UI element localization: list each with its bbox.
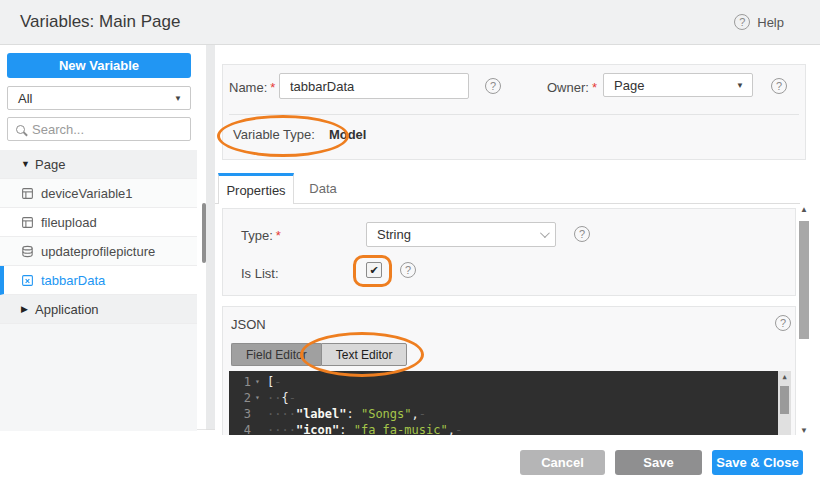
code-text: ····"icon": "fa fa-music",-	[264, 422, 462, 435]
model-variable-icon	[21, 274, 34, 287]
tree-empty-area	[0, 324, 197, 431]
code-text: ··{-	[264, 390, 296, 406]
sidebar-item-tabbardata[interactable]: tabbarData	[0, 266, 197, 295]
search-icon	[16, 125, 25, 134]
tree-label: Page	[35, 157, 65, 172]
code-line: 4····"icon": "fa fa-music",-	[229, 422, 778, 435]
chevron-down-icon	[540, 228, 550, 238]
code-token-punct: ,	[412, 407, 419, 421]
variable-summary-panel: Name:* ? Owner:* Page ▼ ? Variable Type:…	[222, 64, 806, 160]
json-panel: JSON ? Field Editor Text Editor 1▾[-2▾··…	[222, 306, 796, 435]
variable-type-label: Variable Type:	[233, 127, 315, 142]
owner-label: Owner:*	[547, 80, 597, 95]
code-text: [-	[264, 374, 281, 390]
code-token-punct: :	[339, 423, 353, 435]
fold-spacer	[251, 422, 264, 435]
caret-down-icon: ▼	[21, 159, 35, 169]
fold-icon[interactable]: ▾	[251, 374, 264, 390]
required-mark: *	[276, 228, 281, 243]
text-editor-button[interactable]: Text Editor	[321, 343, 408, 366]
divider	[229, 114, 799, 115]
json-help-icon[interactable]: ?	[775, 315, 791, 331]
type-value: String	[377, 227, 411, 242]
editor-scrollbar[interactable]: ▲	[778, 371, 791, 435]
sidebar-item-devicevariable1[interactable]: deviceVariable1	[0, 179, 197, 208]
is-list-help-icon[interactable]: ?	[400, 262, 416, 278]
tree-label: Application	[35, 302, 99, 317]
tab-properties[interactable]: Properties	[218, 173, 294, 204]
content-scrollbar-thumb[interactable]	[799, 221, 809, 339]
invisible-eol-marker: -	[274, 375, 281, 389]
device-variable-icon	[21, 187, 34, 200]
invisible-eol-marker: -	[455, 423, 462, 435]
line-number: 4	[229, 422, 251, 435]
code-token-ws: ··	[267, 391, 281, 405]
tree-group-application[interactable]: ▶Application	[0, 295, 197, 324]
variable-search[interactable]	[7, 117, 191, 141]
type-help-icon[interactable]: ?	[574, 226, 590, 242]
tree-label: updateprofilepicture	[41, 244, 155, 259]
cancel-button[interactable]: Cancel	[520, 450, 605, 475]
filter-value: All	[18, 91, 32, 106]
sidebar-item-updateprofilepicture[interactable]: updateprofilepicture	[0, 237, 197, 266]
properties-panel: Type:* String ? Is List: ✔ ?	[222, 208, 796, 296]
line-number: 3	[229, 406, 251, 422]
caret-right-icon: ▶	[21, 304, 35, 314]
fold-icon[interactable]: ▾	[251, 390, 264, 406]
json-section-title: JSON	[231, 317, 266, 332]
sidebar-item-fileupload[interactable]: fileupload	[0, 208, 197, 237]
code-line: 3····"label": "Songs",-	[229, 406, 778, 422]
code-line: 2▾··{-	[229, 390, 778, 406]
save-button[interactable]: Save	[615, 450, 702, 475]
name-input[interactable]	[279, 73, 469, 99]
tab-data[interactable]: Data	[295, 173, 351, 204]
owner-help-icon[interactable]: ?	[771, 78, 787, 94]
code-token-key: "icon"	[296, 423, 339, 435]
scroll-up-icon[interactable]: ▲	[778, 371, 791, 384]
header: Variables: Main Page ? Help	[0, 0, 820, 45]
required-mark: *	[270, 80, 275, 95]
code-text: ····"label": "Songs",-	[264, 406, 426, 422]
service-variable-icon	[21, 245, 34, 258]
name-label: Name:*	[229, 80, 275, 95]
search-input[interactable]	[32, 122, 172, 137]
field-editor-button[interactable]: Field Editor	[231, 343, 321, 366]
code-lines: 1▾[-2▾··{-3····"label": "Songs",-4····"i…	[229, 374, 778, 435]
code-token-ws: ····	[267, 407, 296, 421]
code-line: 1▾[-	[229, 374, 778, 390]
line-number: 1	[229, 374, 251, 390]
content-scrollbar[interactable]: ▲ ▼	[797, 205, 811, 435]
editor-scrollbar-thumb[interactable]	[780, 386, 789, 414]
chevron-down-icon: ▼	[174, 94, 182, 103]
variable-filter-select[interactable]: All ▼	[7, 86, 191, 110]
variables-sidebar: New Variable All ▼ ▼PagedeviceVariable1f…	[0, 45, 206, 430]
check-icon: ✔	[369, 264, 378, 276]
owner-select[interactable]: Page ▼	[603, 73, 753, 97]
variable-tree: ▼PagedeviceVariable1fileuploadupdateprof…	[0, 150, 206, 431]
type-select[interactable]: String	[366, 222, 556, 247]
scroll-up-icon[interactable]: ▲	[797, 205, 811, 214]
type-label: Type:*	[241, 228, 281, 243]
save-and-close-button[interactable]: Save & Close	[712, 450, 803, 475]
tree-label: fileupload	[41, 215, 97, 230]
tree-group-page[interactable]: ▼Page	[0, 150, 197, 179]
scroll-down-icon[interactable]: ▼	[797, 426, 811, 435]
name-help-icon[interactable]: ?	[485, 78, 501, 94]
page-title: Variables: Main Page	[20, 12, 180, 32]
variable-type-row: Variable Type: Model	[233, 127, 366, 142]
code-token-key: "label"	[296, 407, 347, 421]
editor-mode-group: Field Editor Text Editor	[231, 343, 407, 366]
fold-spacer	[251, 406, 264, 422]
json-text-editor[interactable]: 1▾[-2▾··{-3····"label": "Songs",-4····"i…	[229, 371, 791, 435]
code-token-punct: {	[281, 391, 288, 405]
tree-label: tabbarData	[41, 273, 105, 288]
is-list-checkbox[interactable]: ✔	[366, 262, 382, 278]
help-link[interactable]: ? Help	[734, 14, 784, 30]
code-token-str: "Songs"	[361, 407, 412, 421]
main-content: Name:* ? Owner:* Page ▼ ? Variable Type:…	[215, 45, 820, 435]
owner-value: Page	[614, 78, 644, 93]
help-label: Help	[757, 15, 784, 30]
invisible-eol-marker: -	[289, 391, 296, 405]
line-number: 2	[229, 390, 251, 406]
new-variable-button[interactable]: New Variable	[7, 53, 191, 78]
